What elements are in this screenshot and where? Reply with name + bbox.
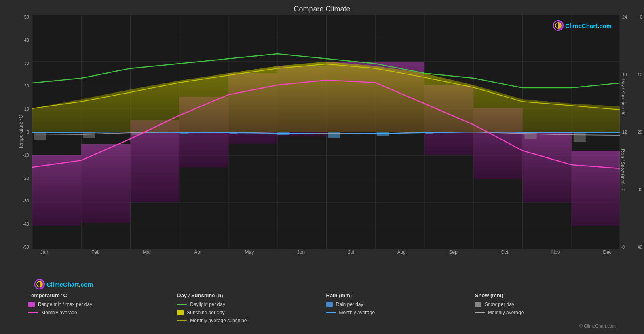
- legend-daylight-label: Daylight per day: [190, 302, 225, 307]
- month-jul: Jul: [348, 249, 354, 255]
- legend-temp-avg: Monthly average: [28, 310, 169, 315]
- legend-temp-range-swatch: [28, 302, 35, 307]
- legend-snow-per-day: Snow per day: [475, 302, 616, 307]
- legend-snow-avg: Monthly average: [475, 310, 616, 315]
- legend-rain-avg-swatch: [326, 312, 336, 313]
- legend-sunshine-label: Sunshine per day: [187, 310, 224, 315]
- legend: Temperature °C Range min / max per day M…: [24, 288, 620, 330]
- month-feb: Feb: [91, 249, 100, 255]
- month-mar: Mar: [143, 249, 151, 255]
- legend-rain-per-day: Rain per day: [326, 302, 467, 307]
- chart-title: Compare Climate: [0, 0, 644, 15]
- month-jun: Jun: [297, 249, 305, 255]
- month-jan: Jan: [40, 249, 48, 255]
- month-oct: Oct: [500, 249, 508, 255]
- legend-sunshine-avg-swatch: [177, 320, 187, 321]
- legend-sunshine-per-day: Sunshine per day: [177, 310, 318, 315]
- legend-sunshine-title: Day / Sunshine (h): [177, 292, 318, 298]
- legend-temp-avg-swatch: [28, 312, 38, 313]
- legend-sunshine-avg-label: Monthly average sunshine: [190, 318, 247, 323]
- svg-rect-35: [523, 132, 572, 202]
- legend-snow-avg-label: Monthly average: [488, 310, 524, 315]
- legend-daylight: Daylight per day: [177, 302, 318, 307]
- y-axis-left-ticks: 50 40 30 20 10 0 -10 -20 -30 -40 -50: [0, 15, 32, 249]
- legend-temp-avg-label: Monthly average: [41, 310, 77, 315]
- legend-col-rain: Rain (mm) Rain per day Monthly average: [322, 288, 471, 330]
- svg-rect-40: [377, 132, 389, 136]
- legend-sunshine-swatch: [177, 310, 184, 315]
- legend-snow-avg-swatch: [475, 312, 485, 313]
- page-container: Compare Climate Dalandsadgad (Gobi Deser…: [0, 0, 644, 334]
- legend-temp-range: Range min / max per day: [28, 302, 169, 307]
- svg-rect-48: [574, 132, 586, 142]
- y-axis-right-labels: Day / Sunshine (h) Rain / Snow (mm): [605, 15, 642, 249]
- svg-rect-47: [525, 132, 537, 139]
- legend-temperature-title: Temperature °C: [28, 292, 169, 298]
- svg-rect-26: [81, 144, 130, 223]
- legend-rain-avg-label: Monthly average: [339, 310, 375, 315]
- legend-sunshine-avg: Monthly average sunshine: [177, 318, 318, 323]
- month-sep: Sep: [449, 249, 458, 255]
- month-aug: Aug: [397, 249, 406, 255]
- x-axis: Jan Feb Mar Apr May Jun Jul Aug Sep Oct …: [32, 249, 620, 255]
- legend-col-temperature: Temperature °C Range min / max per day M…: [24, 288, 173, 330]
- legend-rain-title: Rain (mm): [326, 292, 467, 298]
- legend-snow-title: Snow (mm): [475, 292, 616, 298]
- logo-top-right: ClimeChart.com: [553, 20, 612, 31]
- svg-rect-39: [328, 132, 340, 138]
- legend-rain-swatch: [326, 302, 333, 307]
- month-nov: Nov: [551, 249, 560, 255]
- legend-daylight-swatch: [177, 304, 187, 305]
- legend-snow-swatch: [475, 302, 481, 307]
- legend-snow-per-day-label: Snow per day: [485, 302, 514, 307]
- month-may: May: [245, 249, 254, 255]
- svg-rect-44: [34, 132, 46, 140]
- month-apr: Apr: [194, 249, 202, 255]
- copyright-text: © ClimeChart.com: [579, 323, 616, 328]
- svg-rect-45: [83, 132, 95, 138]
- month-dec: Dec: [603, 249, 612, 255]
- chart-area: [32, 15, 620, 249]
- legend-temp-range-label: Range min / max per day: [38, 302, 92, 307]
- legend-rain-avg: Monthly average: [326, 310, 467, 315]
- legend-col-sunshine: Day / Sunshine (h) Daylight per day Suns…: [173, 288, 322, 330]
- legend-rain-label: Rain per day: [336, 302, 363, 307]
